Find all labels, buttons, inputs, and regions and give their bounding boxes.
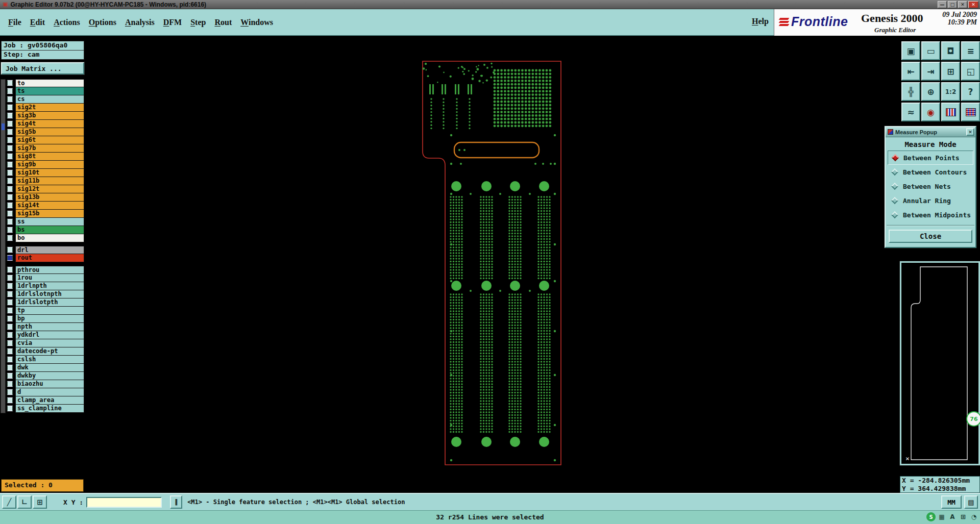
layer-row-bs[interactable]: bs <box>6 226 84 234</box>
tray-keyboard-icon[interactable]: ⊞ <box>959 512 968 521</box>
layer-row-sig2t[interactable]: sig2t <box>6 104 84 112</box>
layer-checkbox[interactable] <box>7 194 13 200</box>
layer-scrollbar[interactable] <box>1 79 6 413</box>
layer-name[interactable]: ydkdrl <box>15 331 84 339</box>
layer-name[interactable]: biaozhu <box>15 380 84 388</box>
layer-checkbox[interactable] <box>7 88 13 94</box>
tray-input-icon[interactable]: ▦ <box>937 512 946 521</box>
layer-checkbox[interactable] <box>7 247 13 253</box>
layer-row-sig9b[interactable]: sig9b <box>6 161 84 169</box>
layer-row-ss_clampline[interactable]: ss_clampline <box>6 405 84 413</box>
side-panel-button[interactable]: ▤ <box>964 495 978 509</box>
color-grid-button[interactable] <box>961 103 980 121</box>
layer-name[interactable]: sig12t <box>15 185 84 193</box>
layer-name[interactable]: bp <box>15 315 84 323</box>
layer-checkbox[interactable] <box>7 389 13 395</box>
layer-name[interactable]: drl <box>15 246 84 254</box>
layer-checkbox[interactable] <box>7 235 13 241</box>
layer-name[interactable]: sig3b <box>15 112 84 120</box>
layer-row-bo[interactable]: bo <box>6 234 84 242</box>
layer-checkbox[interactable] <box>7 219 13 224</box>
xy-input[interactable] <box>86 497 162 508</box>
layer-name[interactable]: ss <box>15 218 84 226</box>
layer-row-1drlslotpth[interactable]: 1drlslotpth <box>6 298 84 307</box>
layer-row-datecode-pt[interactable]: datecode-pt <box>6 347 84 356</box>
layer-row-npth[interactable]: npth <box>6 323 84 331</box>
wave-button[interactable]: ≈ <box>901 103 920 121</box>
menu-options[interactable]: Options <box>89 18 116 27</box>
minimize-button[interactable]: — <box>938 1 947 8</box>
layer-row-pthrou[interactable]: pthrou <box>6 266 84 274</box>
splitter-toggle-button[interactable]: ‖ <box>170 495 182 509</box>
layer-list-button[interactable]: ≡ <box>961 41 980 60</box>
layer-name[interactable]: d <box>15 388 84 396</box>
crosshair-button[interactable]: ⊕ <box>921 82 940 101</box>
menu-dfm[interactable]: DFM <box>163 18 182 27</box>
layer-checkbox[interactable] <box>7 275 13 281</box>
layer-checkbox[interactable] <box>7 113 13 118</box>
layer-name[interactable]: datecode-pt <box>15 347 84 356</box>
layer-name[interactable]: npth <box>15 323 84 331</box>
layer-name[interactable]: sig8t <box>15 153 84 161</box>
polyline-tool-button[interactable]: ∟ <box>17 495 32 509</box>
layer-checkbox[interactable] <box>7 381 13 387</box>
layer-checkbox[interactable] <box>7 105 13 110</box>
layer-name[interactable]: 1drlslotpth <box>15 298 84 307</box>
layer-row-d[interactable]: d <box>6 388 84 396</box>
layer-name[interactable]: sig2t <box>15 104 84 112</box>
line-tool-button[interactable]: ╱ <box>2 495 16 509</box>
layer-row-sig5b[interactable]: sig5b <box>6 128 84 136</box>
measure-popup-titlebar[interactable]: Measure Popup ✕ <box>886 127 975 137</box>
menu-file[interactable]: File <box>8 18 21 27</box>
layer-checkbox[interactable] <box>7 365 13 370</box>
layer-name[interactable]: sig14t <box>15 202 84 210</box>
measure-option-between-contours[interactable]: Between Contours <box>888 165 973 179</box>
layer-row-to[interactable]: to <box>6 79 84 87</box>
lock-button[interactable]: ◘ <box>941 41 960 60</box>
monitor-button[interactable]: ▭ <box>921 41 940 60</box>
layer-name[interactable]: ts <box>15 87 84 95</box>
layer-checkbox[interactable] <box>7 137 13 143</box>
menu-edit[interactable]: Edit <box>30 18 45 27</box>
layer-checkbox[interactable] <box>7 406 13 411</box>
layer-name[interactable]: 1rou <box>15 274 84 282</box>
layer-checkbox[interactable] <box>7 340 13 346</box>
measure-option-between-midpoints[interactable]: Between Midpoints <box>888 208 973 222</box>
tray-messenger-icon[interactable]: S <box>926 512 936 521</box>
layer-checkbox[interactable] <box>7 373 13 379</box>
layer-name[interactable]: clamp_area <box>15 396 84 405</box>
layer-name[interactable]: sig7b <box>15 144 84 153</box>
layer-name[interactable]: dwk <box>15 364 84 372</box>
layer-row-bp[interactable]: bp <box>6 315 84 323</box>
layer-name[interactable]: rout <box>15 254 84 262</box>
layer-row-sig13b[interactable]: sig13b <box>6 193 84 202</box>
layer-row-sig14t[interactable]: sig14t <box>6 202 84 210</box>
layer-checkbox[interactable] <box>7 80 13 86</box>
layer-checkbox[interactable] <box>7 308 13 313</box>
layer-row-ts[interactable]: ts <box>6 87 84 95</box>
layer-name[interactable]: tp <box>15 307 84 315</box>
layer-row-dwk[interactable]: dwk <box>6 364 84 372</box>
layer-row-sig4t[interactable]: sig4t <box>6 120 84 128</box>
layer-name[interactable]: sig6t <box>15 136 84 144</box>
help-button[interactable]: ? <box>961 82 980 101</box>
layer-row-cslsh[interactable]: cslsh <box>6 356 84 364</box>
measure-option-between-nets[interactable]: Between Nets <box>888 179 973 193</box>
layer-row-drl[interactable]: drl <box>6 246 84 254</box>
corner-close-icon[interactable]: ✕ <box>968 1 978 8</box>
layer-checkbox[interactable] <box>7 357 13 362</box>
grid-tool-button[interactable]: ⊞ <box>33 495 47 509</box>
titlebar[interactable]: ▣ Graphic Editor 9.07b2 (00@HY-HYCAM-PC1… <box>0 0 980 9</box>
layer-checkbox[interactable] <box>7 145 13 151</box>
layer-row-1drlslotnpth[interactable]: 1drlslotnpth <box>6 290 84 298</box>
layer-checkbox[interactable] <box>7 316 13 321</box>
layer-row-sig15b[interactable]: sig15b <box>6 210 84 218</box>
layer-row-1drlnpth[interactable]: 1drlnpth <box>6 282 84 290</box>
layer-row-sig10t[interactable]: sig10t <box>6 169 84 177</box>
layer-name[interactable]: cs <box>15 95 84 104</box>
layer-checkbox[interactable] <box>7 332 13 338</box>
layer-row-biaozhu[interactable]: biaozhu <box>6 380 84 388</box>
measure-option-annular-ring[interactable]: Annular Ring <box>888 193 973 208</box>
menu-analysis[interactable]: Analysis <box>125 18 155 27</box>
tray-lang-icon[interactable]: A <box>948 512 957 521</box>
